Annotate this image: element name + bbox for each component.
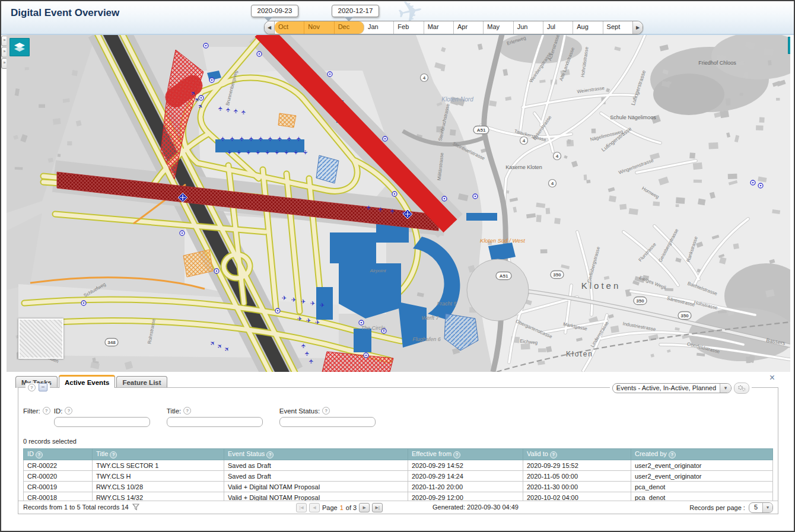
feature-point-icon[interactable] <box>383 136 387 141</box>
table-row[interactable]: CR-00022TWY.CLS SECTOR 1Saved as Draft20… <box>24 460 773 471</box>
timeline-month-nov[interactable]: Nov <box>304 21 334 34</box>
id-filter-input[interactable] <box>54 417 150 427</box>
road-badge: 4 <box>520 137 528 145</box>
timeline-month-sept[interactable]: Sept <box>603 21 632 34</box>
help-icon[interactable]: ? <box>28 384 36 391</box>
timeline-month-jun[interactable]: Jun <box>514 21 543 34</box>
filter-label: Filter: <box>23 407 40 415</box>
aircraft-stand-icon: ✈ <box>302 150 309 155</box>
layers-button[interactable] <box>9 38 30 56</box>
table-cell: 2020-09-29 14:52 <box>408 460 523 471</box>
feature-point-icon[interactable] <box>81 301 86 305</box>
help-icon: ? <box>266 451 274 458</box>
page-label: Page <box>322 504 338 511</box>
timeline-month-oct[interactable]: Oct <box>275 21 304 34</box>
select-zoom-button[interactable] <box>788 37 790 54</box>
tab-feature-list[interactable]: Feature List <box>116 376 167 388</box>
table-cell: 2020-11-30 00:00 <box>523 482 631 492</box>
event-view-dropdown[interactable]: Events - Active, In-Active, Planned ▾ <box>612 383 732 393</box>
title-filter-input[interactable] <box>167 417 263 427</box>
date-from-callout[interactable]: 2020-09-23 <box>251 5 298 17</box>
feature-point-icon[interactable] <box>758 183 763 188</box>
table-cell: CR-00022 <box>24 460 93 471</box>
settings-button[interactable] <box>734 383 749 394</box>
aircraft-stand-icon: ✈ <box>304 351 310 356</box>
prev-page-button[interactable]: ◀ <box>309 503 320 512</box>
feature-point-icon[interactable] <box>180 231 185 235</box>
table-cell: pca_denot <box>631 482 773 492</box>
aircraft-stand-icon: ✈ <box>238 136 245 141</box>
collapse-filter-button[interactable]: – <box>39 383 47 391</box>
help-icon[interactable]: ? <box>43 407 50 415</box>
table-row[interactable]: CR-00019RWY.CLS 10/28Valid + Digital NOT… <box>24 482 773 492</box>
timeline-month-bar: ◀ OctNovDecJanFebMarAprMayJunJulAugSept … <box>264 21 643 34</box>
column-header-id[interactable]: ID? <box>24 449 93 460</box>
aircraft-stand-icon: ✈ <box>308 359 314 364</box>
feature-point-icon[interactable] <box>214 269 219 273</box>
feature-point-icon[interactable] <box>257 52 262 56</box>
feature-point-icon[interactable] <box>473 194 478 199</box>
feature-point-icon[interactable] <box>364 353 368 358</box>
feature-point-icon[interactable] <box>203 43 208 48</box>
last-page-button[interactable]: ▶| <box>372 503 383 512</box>
timeline-month-dec[interactable]: Dec <box>335 21 364 34</box>
aircraft-stand-icon: ✈ <box>255 150 261 155</box>
svg-text:A51: A51 <box>477 128 486 133</box>
feature-point-icon[interactable] <box>199 95 203 100</box>
feature-point-icon[interactable] <box>275 308 280 313</box>
feature-point-icon[interactable] <box>327 72 332 77</box>
aircraft-stand-icon: ✈ <box>248 136 255 141</box>
column-header-valid-to[interactable]: Valid to? <box>523 449 631 460</box>
aircraft-stand-icon: ✈ <box>365 205 372 210</box>
feature-point-icon[interactable] <box>442 196 447 201</box>
aircraft-stand-icon: ✈ <box>226 150 233 155</box>
records-per-page-dropdown[interactable]: 5 ▾ <box>749 502 773 513</box>
table-cell: Valid + Digital NOTAM Proposal <box>224 482 408 492</box>
table-cell: user2_event_originator <box>631 460 773 471</box>
next-page-button[interactable]: ▶ <box>359 503 370 512</box>
event-view-value: Events - Active, In-Active, Planned <box>613 384 720 393</box>
page-title: Digital Event Overview <box>11 7 119 19</box>
column-header-title[interactable]: Title? <box>93 449 224 460</box>
road-badge: 350 <box>634 297 647 305</box>
chevron-down-icon: ▾ <box>762 503 772 512</box>
timeline-next-icon[interactable]: ▶ <box>632 21 643 34</box>
close-icon[interactable]: × <box>769 373 775 383</box>
event-status-filter-input[interactable] <box>279 417 376 427</box>
column-header-created-by[interactable]: Created by? <box>631 449 773 460</box>
filter-funnel-icon[interactable] <box>132 504 139 511</box>
help-icon[interactable]: ? <box>65 407 72 415</box>
timeline-month-feb[interactable]: Feb <box>394 21 424 34</box>
table-cell: 2020-11-05 00:00 <box>523 471 631 482</box>
aircraft-stand-icon: ✈ <box>240 110 247 114</box>
table-row[interactable]: CR-00020TWY.CLS HSaved as Draft2020-09-2… <box>24 471 773 482</box>
feature-point-icon[interactable] <box>751 180 755 185</box>
timeline-month-apr[interactable]: Apr <box>454 21 484 34</box>
feature-point-icon[interactable] <box>209 78 214 82</box>
column-header-effective-from[interactable]: Effective from? <box>408 449 523 460</box>
timeline-month-aug[interactable]: Aug <box>573 21 603 34</box>
date-to-callout[interactable]: 2020-12-17 <box>332 5 379 17</box>
help-icon[interactable]: ? <box>183 407 191 415</box>
help-icon[interactable]: ? <box>322 407 330 415</box>
timeline-month-jan[interactable]: Jan <box>364 21 394 34</box>
first-page-button[interactable]: |◀ <box>296 503 307 512</box>
table-header-row: ID?Title?Event Status?Effective from?Val… <box>24 449 773 460</box>
feature-point-icon[interactable] <box>392 192 397 196</box>
timeline-prev-icon[interactable]: ◀ <box>265 21 275 34</box>
title-filter-label: Title: <box>167 407 182 415</box>
timeline-month-jul[interactable]: Jul <box>543 21 573 34</box>
svg-text:350: 350 <box>553 272 561 278</box>
map-canvas[interactable]: ✈✈✈✈✈✈✈✈✈✈✈✈✈✈✈✈✈✈✈✈✈✈✈✈✈✈✈✈✈✈✈✈✈✈✈✈✈✈✈✈… <box>7 35 790 372</box>
timeline-month-may[interactable]: May <box>484 21 513 34</box>
aircraft-stand-icon: ✈ <box>291 297 296 303</box>
aircraft-stand-icon: ✈ <box>282 295 287 301</box>
id-filter-label: ID: <box>54 407 63 415</box>
aircraft-stand-icon: ✈ <box>310 300 315 307</box>
help-icon: ? <box>669 451 676 458</box>
tab-active-events[interactable]: Active Events <box>59 375 115 388</box>
timeline-month-mar[interactable]: Mar <box>424 21 454 34</box>
feature-point-icon[interactable] <box>359 320 364 325</box>
overview-inset-map[interactable] <box>18 318 63 359</box>
column-header-event-status[interactable]: Event Status? <box>224 449 408 460</box>
